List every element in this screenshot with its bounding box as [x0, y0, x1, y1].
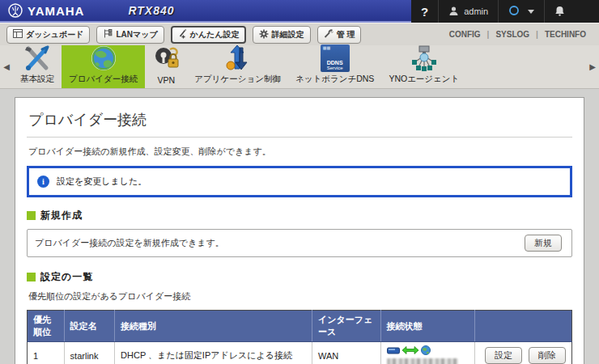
col-header-type: 接続種別 [115, 311, 312, 342]
col-header-name: 設定名 [64, 311, 114, 342]
nav-item-label: 基本設定 [20, 74, 54, 85]
redacted-address [387, 358, 458, 364]
brand-area: YAMAHA RTX840 [0, 0, 411, 23]
keys-lock-icon [152, 46, 180, 74]
gear-icon [259, 29, 269, 40]
nav-item-netvolante-dns[interactable]: ▩▩ DDNS Service ネットボランチDNS [288, 45, 381, 88]
user-area: ? admin [411, 0, 599, 23]
cell-type: DHCP 、または固定IPアドレスによる接続 [115, 342, 312, 364]
cell-name: starlink [64, 342, 114, 364]
status-icons [387, 345, 469, 357]
nav-item-basic-settings[interactable]: 基本設定 [13, 45, 62, 88]
link-config[interactable]: CONFIG [443, 30, 487, 39]
cell-interface: WAN [312, 342, 380, 364]
tab-label: かんたん設定 [190, 29, 240, 40]
cell-status [380, 342, 474, 364]
tab-advanced-settings[interactable]: 詳細設定 [253, 26, 311, 44]
notifications-button[interactable] [544, 0, 575, 23]
green-bullet-icon [27, 273, 36, 281]
link-syslog[interactable]: SYSLOG [489, 30, 536, 39]
section-title: 新規作成 [40, 209, 83, 222]
ddns-mark: ▩▩ [323, 46, 330, 50]
section-list-heading: 設定の一覧 [27, 270, 572, 284]
link-active-arrow-icon [401, 345, 419, 357]
content-card: プロバイダー接続 プロバイダー接続の新規作成、設定変更、削除ができます。 i 設… [15, 97, 584, 364]
green-bullet-icon [27, 211, 36, 220]
nav-item-label: YNOエージェント [389, 74, 459, 85]
status-ring-icon [508, 5, 520, 18]
globe-icon [89, 44, 118, 72]
create-box: プロバイダー接続の設定を新規作成できます。 新規 [27, 229, 572, 257]
nav-items: 基本設定 プロバイダー接続 [13, 45, 466, 88]
table-header-row: 優先順位 設定名 接続種別 インターフェース 接続状態 [28, 311, 572, 342]
cell-priority: 1 [28, 342, 65, 364]
col-header-actions [474, 311, 571, 342]
nav-item-provider-connection[interactable]: プロバイダー接続 [62, 45, 145, 88]
router-admin-page: YAMAHA RTX840 ? admin [0, 0, 599, 364]
nav-item-label: ネットボランチDNS [295, 74, 374, 85]
info-icon: i [37, 176, 49, 188]
help-icon: ? [421, 5, 428, 19]
model-name: RTX840 [128, 4, 174, 17]
tab-label: LANマップ [116, 29, 157, 40]
nav-item-label: プロバイダー接続 [69, 74, 138, 85]
top-header-bar: YAMAHA RTX840 ? admin [0, 0, 599, 23]
wrench-icon [324, 29, 333, 40]
create-new-button[interactable]: 新規 [525, 235, 562, 252]
nav-scroll-left-arrow[interactable]: ◀ [0, 45, 13, 88]
nav-item-label: アプリケーション制御 [194, 74, 281, 85]
link-techinfo[interactable]: TECHINFO [538, 30, 593, 39]
status-dropdown[interactable] [498, 0, 544, 23]
yamaha-logo-icon [8, 3, 23, 18]
page-description: プロバイダー接続の新規作成、設定変更、削除ができます。 [28, 146, 571, 158]
brand-name: YAMAHA [28, 4, 84, 18]
tab-lan-map[interactable]: LANマップ [96, 26, 164, 44]
create-text: プロバイダー接続の設定を新規作成できます。 [35, 237, 224, 249]
bell-icon [554, 6, 565, 18]
nav-scroll-right-arrow[interactable]: ▶ [586, 45, 599, 88]
success-notice: i 設定を変更しました。 [27, 166, 572, 197]
row-settings-button[interactable]: 設定 [485, 347, 522, 364]
help-button[interactable]: ? [411, 0, 438, 23]
nav-item-application-control[interactable]: アプリケーション制御 [187, 45, 288, 88]
user-name: admin [464, 6, 488, 16]
tab-dashboard[interactable]: ダッシュボード [6, 26, 90, 44]
tools-icon [23, 44, 52, 72]
page-title: プロバイダー接続 [27, 108, 572, 138]
chevron-down-icon [528, 10, 534, 14]
ddns-service-icon: ▩▩ DDNS Service [321, 44, 350, 72]
tab-management[interactable]: 管 理 [317, 26, 362, 44]
main-content: プロバイダー接続 プロバイダー接続の新規作成、設定変更、削除ができます。 i 設… [0, 89, 599, 364]
ddns-label-line1: DDNS [327, 60, 343, 66]
notice-text: 設定を変更しました。 [57, 176, 147, 188]
section-title: 設定の一覧 [40, 270, 93, 284]
feature-icon-nav: ◀ 基本設定 [0, 45, 599, 89]
internet-globe-icon [421, 345, 431, 357]
col-header-interface: インターフェース [312, 311, 380, 342]
tab-easy-setup[interactable]: かんたん設定 [171, 26, 246, 44]
quick-links: CONFIG| SYSLOG| TECHINFO [443, 30, 593, 39]
router-icon [387, 346, 400, 356]
tab-label: ダッシュボード [26, 29, 83, 40]
tab-label: 詳細設定 [272, 29, 304, 40]
nav-item-label: VPN [157, 75, 175, 85]
user-menu[interactable]: admin [438, 0, 498, 23]
tab-label: 管 理 [337, 29, 355, 40]
dashboard-icon [13, 29, 23, 40]
row-delete-button[interactable]: 削除 [529, 347, 566, 364]
user-icon [448, 6, 459, 18]
col-header-priority: 優先順位 [28, 311, 65, 342]
lan-map-icon [103, 29, 113, 40]
network-agent-icon [409, 44, 440, 72]
list-subtext: 優先順位の設定があるプロバイダー接続 [28, 290, 571, 303]
provider-connection-table: 優先順位 設定名 接続種別 インターフェース 接続状態 1 starlink D… [27, 310, 572, 364]
col-header-status: 接続状態 [380, 311, 474, 342]
toolbar: ダッシュボード LANマップ かんたん設定 [0, 23, 599, 45]
section-create-heading: 新規作成 [27, 209, 572, 222]
nav-item-yno-agent[interactable]: YNOエージェント [381, 45, 466, 88]
ddns-label-line2: Service [327, 66, 343, 70]
traffic-arrows-icon [223, 44, 253, 72]
easy-setup-wand-icon [177, 29, 187, 40]
nav-item-vpn[interactable]: VPN [145, 45, 187, 88]
cell-actions: 設定 削除 [474, 342, 571, 364]
